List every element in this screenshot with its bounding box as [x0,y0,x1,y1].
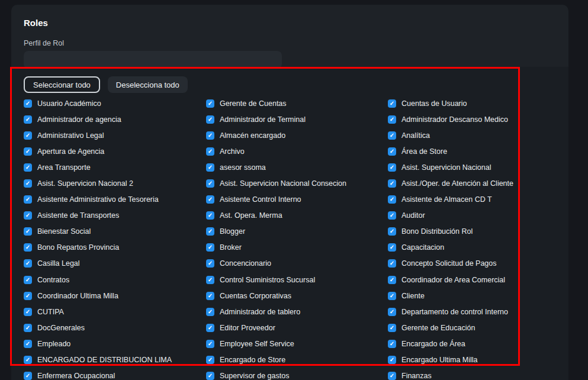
role-checkbox-item[interactable]: ✓Administrador de tablero [206,304,388,320]
checkbox-checked-icon[interactable]: ✓ [388,211,396,220]
checkbox-checked-icon[interactable]: ✓ [388,179,396,188]
checkbox-checked-icon[interactable]: ✓ [388,227,396,236]
role-checkbox-item[interactable]: ✓Gerente de Educación [388,320,557,336]
role-checkbox-item[interactable]: ✓Encargado de Área [388,336,557,352]
role-checkbox-item[interactable]: ✓Gerente de Cuentas [206,95,388,111]
role-checkbox-item[interactable]: ✓Supervisor de gastos [206,368,388,380]
checkbox-checked-icon[interactable]: ✓ [388,372,396,380]
role-checkbox-item[interactable]: ✓Asist./Oper. de Atención al Cliente [388,175,557,191]
checkbox-checked-icon[interactable]: ✓ [388,147,396,156]
checkbox-checked-icon[interactable]: ✓ [388,356,396,364]
checkbox-checked-icon[interactable]: ✓ [24,195,32,204]
role-checkbox-item[interactable]: ✓Coordinador de Area Comercial [388,272,557,288]
checkbox-checked-icon[interactable]: ✓ [24,163,32,172]
role-checkbox-item[interactable]: ✓Control Suministros Sucursal [206,272,388,288]
checkbox-checked-icon[interactable]: ✓ [24,259,32,268]
role-checkbox-item[interactable]: ✓Administrativo Legal [24,127,206,143]
role-checkbox-item[interactable]: ✓Broker [206,240,388,256]
role-checkbox-item[interactable]: ✓Administrador Descanso Medico [388,111,557,127]
checkbox-checked-icon[interactable]: ✓ [206,292,214,300]
role-checkbox-item[interactable]: ✓Asistente Administrativo de Tesoreria [24,192,206,208]
role-checkbox-item[interactable]: ✓Apertura de Agencia [24,143,206,159]
checkbox-checked-icon[interactable]: ✓ [24,179,32,188]
checkbox-checked-icon[interactable]: ✓ [206,340,214,348]
checkbox-checked-icon[interactable]: ✓ [206,259,214,268]
role-checkbox-item[interactable]: ✓Asist. Supervicion Nacional 2 [24,175,206,191]
checkbox-checked-icon[interactable]: ✓ [206,99,214,108]
checkbox-checked-icon[interactable]: ✓ [24,324,32,332]
role-checkbox-item[interactable]: ✓Casilla Legal [24,256,206,272]
checkbox-checked-icon[interactable]: ✓ [206,147,214,156]
checkbox-checked-icon[interactable]: ✓ [24,227,32,236]
checkbox-checked-icon[interactable]: ✓ [388,131,396,140]
role-checkbox-item[interactable]: ✓Asistente Control Interno [206,192,388,208]
deselect-all-button[interactable]: Deselecciona todo [108,76,188,93]
role-checkbox-item[interactable]: ✓Area Transporte [24,159,206,175]
role-checkbox-item[interactable]: ✓Auditor [388,208,557,224]
checkbox-checked-icon[interactable]: ✓ [206,131,214,140]
role-checkbox-item[interactable]: ✓Departamento de control Interno [388,304,557,320]
checkbox-checked-icon[interactable]: ✓ [24,211,32,220]
role-checkbox-item[interactable]: ✓Asistente de Transportes [24,208,206,224]
checkbox-checked-icon[interactable]: ✓ [206,227,214,236]
checkbox-checked-icon[interactable]: ✓ [388,308,396,316]
checkbox-checked-icon[interactable]: ✓ [388,115,396,124]
role-checkbox-item[interactable]: ✓Contratos [24,272,206,288]
checkbox-checked-icon[interactable]: ✓ [206,163,214,172]
checkbox-checked-icon[interactable]: ✓ [24,308,32,316]
checkbox-checked-icon[interactable]: ✓ [206,372,214,380]
checkbox-checked-icon[interactable]: ✓ [206,308,214,316]
role-checkbox-item[interactable]: ✓ENCARGADO DE DISTRIBUCION LIMA [24,352,206,368]
checkbox-checked-icon[interactable]: ✓ [24,115,32,124]
role-checkbox-item[interactable]: ✓Employee Self Service [206,336,388,352]
role-checkbox-item[interactable]: ✓Asist. Supervicion Nacional Consecion [206,175,388,191]
role-checkbox-item[interactable]: ✓Finanzas [388,368,557,380]
role-checkbox-item[interactable]: ✓Bienestar Social [24,224,206,240]
checkbox-checked-icon[interactable]: ✓ [206,211,214,220]
role-checkbox-item[interactable]: ✓Concencionario [206,256,388,272]
checkbox-checked-icon[interactable]: ✓ [388,195,396,204]
checkbox-checked-icon[interactable]: ✓ [388,324,396,332]
checkbox-checked-icon[interactable]: ✓ [388,259,396,268]
checkbox-checked-icon[interactable]: ✓ [24,131,32,140]
role-checkbox-item[interactable]: ✓Cliente [388,288,557,304]
role-checkbox-item[interactable]: ✓Área de Store [388,143,557,159]
checkbox-checked-icon[interactable]: ✓ [206,324,214,332]
role-checkbox-item[interactable]: ✓Capacitacion [388,240,557,256]
role-checkbox-item[interactable]: ✓Administrador de agencia [24,111,206,127]
role-checkbox-item[interactable]: ✓Cuentas de Usuario [388,95,557,111]
role-checkbox-item[interactable]: ✓Encargado Ultima Milla [388,352,557,368]
checkbox-checked-icon[interactable]: ✓ [24,147,32,156]
role-checkbox-item[interactable]: ✓Bono Distribución Rol [388,224,557,240]
role-checkbox-item[interactable]: ✓Usuario Académico [24,95,206,111]
checkbox-checked-icon[interactable]: ✓ [388,163,396,172]
checkbox-checked-icon[interactable]: ✓ [24,99,32,108]
role-checkbox-item[interactable]: ✓Encargado de Store [206,352,388,368]
checkbox-checked-icon[interactable]: ✓ [206,243,214,252]
checkbox-checked-icon[interactable]: ✓ [24,372,32,380]
checkbox-checked-icon[interactable]: ✓ [388,340,396,348]
checkbox-checked-icon[interactable]: ✓ [388,276,396,284]
checkbox-checked-icon[interactable]: ✓ [24,276,32,284]
checkbox-checked-icon[interactable]: ✓ [206,179,214,188]
role-checkbox-item[interactable]: ✓Ast. Opera. Merma [206,208,388,224]
role-profile-input[interactable] [24,51,282,69]
select-all-button[interactable]: Seleccionar todo [24,76,100,93]
checkbox-checked-icon[interactable]: ✓ [388,243,396,252]
role-checkbox-item[interactable]: ✓Editor Proveedor [206,320,388,336]
checkbox-checked-icon[interactable]: ✓ [206,356,214,364]
checkbox-checked-icon[interactable]: ✓ [24,243,32,252]
checkbox-checked-icon[interactable]: ✓ [206,276,214,284]
checkbox-checked-icon[interactable]: ✓ [206,115,214,124]
role-checkbox-item[interactable]: ✓Empleado [24,336,206,352]
role-checkbox-item[interactable]: ✓Administrador de Terminal [206,111,388,127]
role-checkbox-item[interactable]: ✓Blogger [206,224,388,240]
role-checkbox-item[interactable]: ✓CUTIPA [24,304,206,320]
role-checkbox-item[interactable]: ✓Asist. Supervicion Nacional [388,159,557,175]
checkbox-checked-icon[interactable]: ✓ [388,292,396,300]
role-checkbox-item[interactable]: ✓Enfermera Ocupacional [24,368,206,380]
role-checkbox-item[interactable]: ✓Asistente de Almacen CD T [388,192,557,208]
role-checkbox-item[interactable]: ✓Concepto Solicitud de Pagos [388,256,557,272]
role-checkbox-item[interactable]: ✓asesor ssoma [206,159,388,175]
role-checkbox-item[interactable]: ✓Almacén encargado [206,127,388,143]
